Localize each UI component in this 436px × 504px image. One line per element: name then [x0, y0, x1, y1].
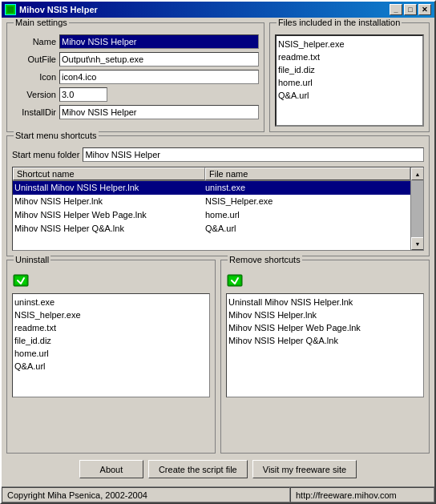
name-input[interactable] [59, 34, 259, 49]
minimize-button[interactable]: _ [390, 4, 402, 15]
shortcut-row[interactable]: Mihov NSIS Helper Q&A.lnk Q&A.url [13, 222, 423, 236]
files-included-label: Files included in the installation [277, 18, 402, 27]
outfile-label: OutFile [12, 54, 56, 64]
maximize-button[interactable]: □ [404, 4, 417, 15]
shortcut-remove-item: Mihov NSIS Helper Q&A.lnk [228, 334, 422, 347]
uninstall-file-item: Q&A.url [14, 360, 208, 373]
shortcut-row[interactable]: Mihov NSIS Helper Web Page.lnk home.url [13, 208, 423, 222]
uninstall-group: Uninstall uninst.exe NSIS_helper.exe rea… [6, 260, 216, 454]
uninstall-file-item: NSIS_helper.exe [14, 308, 208, 321]
uninstall-icon [12, 272, 210, 291]
scroll-track[interactable] [411, 180, 423, 237]
shortcuts-table-container[interactable]: Shortcut name File name Uninstall Mihov … [12, 167, 424, 251]
file-item: home.url [278, 76, 421, 89]
start-menu-group: Start menu shortcuts Start menu folder S… [6, 135, 430, 256]
remove-shortcuts-label: Remove shortcuts [228, 255, 302, 264]
create-script-button[interactable]: Create the script file [148, 460, 248, 478]
copyright-panel: Copyright Miha Psenica, 2002-2004 [2, 487, 290, 502]
remove-shortcuts-group: Remove shortcuts Uninstall Mihov NSIS He… [220, 260, 430, 454]
window-title: Mihov NSIS Helper [19, 5, 98, 14]
shortcut-remove-item: Uninstall Mihov NSIS Helper.lnk [228, 296, 422, 308]
shortcut-file-cell: NSIS_Helper.exe [205, 195, 422, 208]
uninstall-file-item: readme.txt [14, 321, 208, 334]
col-shortcut-name: Shortcut name [13, 167, 205, 180]
name-label: Name [12, 37, 56, 46]
window-body: Main settings Name OutFile Icon Version [2, 18, 434, 486]
shortcut-name-cell: Mihov NSIS Helper.lnk [14, 195, 205, 208]
version-field-row: Version [12, 87, 259, 102]
shortcut-file-cell: uninst.exe [205, 181, 422, 195]
file-item: file_id.diz [278, 63, 421, 76]
copyright-text: Copyright Miha Psenica, 2002-2004 [7, 490, 147, 500]
folder-input[interactable] [83, 147, 424, 162]
folder-row: Start menu folder [12, 147, 424, 162]
footer-buttons: About Create the script file Visit my fr… [6, 457, 430, 482]
uninstall-file-item: home.url [14, 347, 208, 360]
file-item: readme.txt [278, 50, 421, 63]
scroll-up-button[interactable]: ▲ [411, 167, 424, 180]
shortcut-row[interactable]: Uninstall Mihov NSIS Helper.lnk uninst.e… [13, 181, 423, 195]
scroll-down-button[interactable]: ▼ [411, 237, 424, 250]
shortcut-name-cell: Mihov NSIS Helper Q&A.lnk [14, 222, 205, 236]
title-bar: Mihov NSIS Helper _ □ ✕ [2, 2, 434, 18]
shortcut-remove-item: Mihov NSIS Helper Web Page.lnk [228, 321, 422, 334]
uninstall-file-item: uninst.exe [14, 296, 208, 308]
main-settings-group: Main settings Name OutFile Icon Version [6, 22, 264, 132]
visit-site-button[interactable]: Visit my freeware site [252, 460, 357, 478]
shortcut-file-cell: Q&A.url [205, 222, 422, 236]
shortcut-row[interactable]: Mihov NSIS Helper.lnk NSIS_Helper.exe [13, 195, 423, 208]
url-panel: http://freeware.mihov.com [290, 487, 434, 502]
version-label: Version [12, 90, 56, 99]
main-window: Mihov NSIS Helper _ □ ✕ Main settings Na… [0, 0, 436, 504]
col-file-name: File name [205, 167, 410, 180]
start-menu-label: Start menu shortcuts [14, 131, 99, 140]
top-row: Main settings Name OutFile Icon Version [6, 22, 430, 132]
files-listbox[interactable]: NSIS_helper.exe readme.txt file_id.diz h… [275, 34, 424, 127]
title-bar-left: Mihov NSIS Helper [5, 4, 98, 15]
main-settings-label: Main settings [14, 18, 69, 27]
uninstall-list[interactable]: uninst.exe NSIS_helper.exe readme.txt fi… [12, 293, 210, 397]
icon-input[interactable] [59, 70, 259, 84]
uninstall-file-item: file_id.diz [14, 334, 208, 347]
outfile-field-row: OutFile [12, 52, 259, 67]
version-input[interactable] [59, 87, 107, 102]
shortcut-file-cell: home.url [205, 208, 422, 222]
about-button[interactable]: About [79, 460, 143, 478]
name-field-row: Name [12, 34, 259, 49]
folder-label: Start menu folder [12, 150, 79, 159]
installdir-label: InstallDir [12, 107, 56, 117]
remove-shortcuts-icon [226, 272, 424, 291]
installdir-field-row: InstallDir [12, 105, 259, 119]
shortcuts-body[interactable]: Uninstall Mihov NSIS Helper.lnk uninst.e… [13, 181, 423, 250]
file-item: Q&A.url [278, 89, 421, 102]
svg-rect-1 [7, 6, 14, 13]
shortcuts-scrollbar[interactable]: ▲ ▼ [410, 167, 423, 250]
close-button[interactable]: ✕ [418, 4, 431, 15]
title-buttons: _ □ ✕ [390, 4, 431, 15]
icon-label: Icon [12, 72, 56, 82]
remove-shortcuts-list[interactable]: Uninstall Mihov NSIS Helper.lnk Mihov NS… [226, 293, 424, 397]
uninstall-label: Uninstall [14, 255, 50, 264]
url-text: http://freeware.mihov.com [296, 490, 397, 500]
files-included-group: Files included in the installation NSIS_… [269, 22, 430, 132]
shortcut-name-cell: Mihov NSIS Helper Web Page.lnk [14, 208, 205, 222]
status-bar: Copyright Miha Psenica, 2002-2004 http:/… [2, 486, 434, 502]
shortcut-name-cell: Uninstall Mihov NSIS Helper.lnk [14, 181, 205, 195]
shortcuts-header: Shortcut name File name [13, 167, 423, 181]
file-item: NSIS_helper.exe [278, 38, 421, 50]
bottom-row: Uninstall uninst.exe NSIS_helper.exe rea… [6, 260, 430, 454]
icon-field-row: Icon [12, 70, 259, 84]
installdir-input[interactable] [59, 105, 259, 119]
app-icon [5, 4, 16, 15]
outfile-input[interactable] [59, 52, 259, 67]
shortcut-remove-item: Mihov NSIS Helper.lnk [228, 308, 422, 321]
